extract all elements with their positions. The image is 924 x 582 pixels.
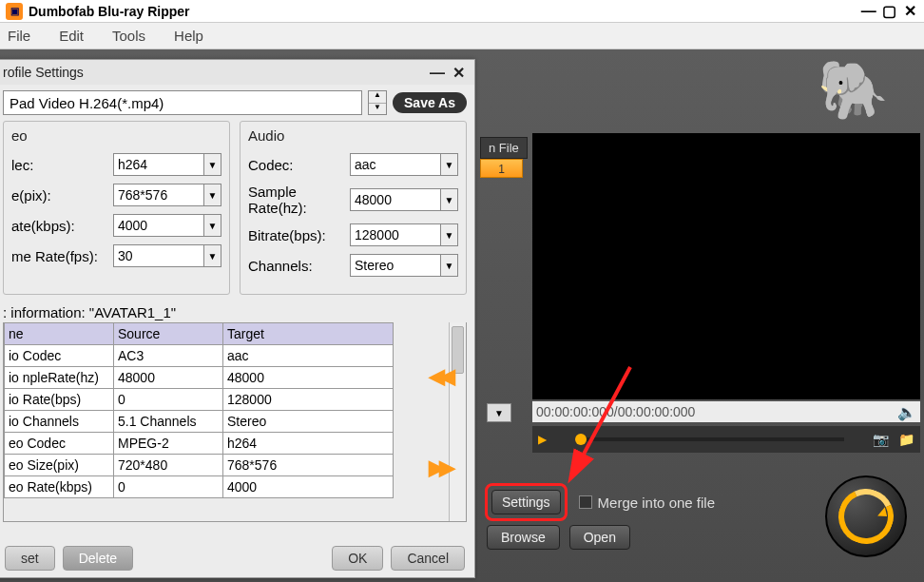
chevron-down-icon[interactable]: ▼ — [441, 223, 458, 246]
table-row[interactable]: io Channels5.1 ChannelsStereo — [5, 411, 394, 433]
chevron-down-icon[interactable]: ▼ — [204, 244, 221, 267]
cell-target: Stereo — [223, 411, 394, 433]
info-label: : information: "AVATAR1_1" — [3, 304, 467, 320]
delete-button[interactable]: Delete — [63, 546, 133, 571]
video-bitrate-combo[interactable]: 4000 — [113, 214, 204, 237]
video-preview — [532, 133, 920, 399]
app-icon: ▣ — [6, 3, 23, 20]
minimize-icon[interactable]: — — [860, 3, 877, 20]
menu-tools[interactable]: Tools — [112, 28, 145, 44]
cell-target: aac — [223, 345, 394, 367]
cancel-button[interactable]: Cancel — [391, 546, 465, 571]
cell-target: h264 — [223, 433, 394, 455]
maximize-icon[interactable]: ▢ — [880, 2, 897, 20]
audio-channels-label: Channels: — [248, 258, 350, 274]
clip-index-badge[interactable]: 1 — [480, 159, 523, 178]
table-row[interactable]: io Rate(bps)0128000 — [5, 389, 394, 411]
ok-button[interactable]: OK — [332, 546, 383, 571]
chevron-down-icon[interactable]: ▼ — [204, 184, 221, 206]
chevron-down-icon[interactable]: ▼ — [441, 153, 458, 176]
nav-arrows: ◀◀ ▶▶ — [429, 364, 450, 480]
reset-button[interactable]: set — [5, 546, 55, 571]
video-group: eo lec: h264 ▼ e(pix): 768*576 ▼ ate(kbp… — [3, 121, 230, 295]
window-controls: — ▢ ✕ — [860, 2, 918, 20]
audio-sr-combo[interactable]: 48000 — [350, 188, 441, 211]
audio-bitrate-combo[interactable]: 128000 — [350, 223, 441, 246]
merge-checkbox[interactable] — [579, 495, 592, 509]
cell-target: 48000 — [223, 367, 394, 389]
cell-name: io Channels — [5, 411, 114, 433]
chevron-down-icon[interactable]: ▼ — [204, 214, 221, 237]
video-codec-label: lec: — [11, 157, 113, 173]
table-row[interactable]: io npleRate(hz)4800048000 — [5, 367, 394, 389]
video-heading: eo — [11, 127, 221, 144]
settings-button[interactable]: Settings — [491, 490, 561, 514]
clip-dropdown-button[interactable]: ▼ — [487, 403, 511, 422]
table-row[interactable]: eo CodecMPEG-2h264 — [5, 433, 394, 455]
convert-icon — [831, 481, 901, 552]
cell-target: 768*576 — [223, 455, 394, 476]
cell-name: io npleRate(hz) — [5, 367, 114, 389]
audio-sr-label: Sample Rate(hz): — [248, 184, 350, 216]
video-codec-combo[interactable]: h264 — [113, 153, 204, 176]
cell-name: eo Codec — [5, 433, 114, 455]
audio-heading: Audio — [248, 127, 458, 144]
cell-name: eo Size(pix) — [5, 455, 114, 476]
audio-codec-label: Codec: — [248, 157, 350, 173]
table-row[interactable]: eo Rate(kbps)04000 — [5, 476, 394, 498]
profile-value: Pad Video H.264(*.mp4) — [10, 95, 164, 111]
settings-highlight: Settings — [485, 483, 568, 521]
cell-name: eo Rate(kbps) — [5, 476, 114, 498]
chevron-down-icon[interactable]: ▼ — [441, 254, 458, 277]
open-button[interactable]: Open — [569, 525, 630, 550]
scrollbar-thumb[interactable] — [452, 326, 464, 374]
play-icon[interactable]: ▶ — [538, 433, 547, 446]
window-titlebar: ▣ Dumbofab Blu-ray Ripper — ▢ ✕ — [0, 0, 924, 23]
video-fps-combo[interactable]: 30 — [113, 244, 204, 267]
next-icon[interactable]: ▶▶ — [429, 456, 450, 480]
table-row[interactable]: io CodecAC3aac — [5, 345, 394, 367]
video-bitrate-label: ate(kbps): — [11, 218, 113, 234]
menu-file[interactable]: File — [8, 28, 30, 44]
transport-bar: ▶ 📷 📁 — [532, 426, 920, 453]
col-name[interactable]: ne — [5, 323, 114, 345]
video-size-combo[interactable]: 768*576 — [113, 184, 204, 206]
col-source[interactable]: Source — [114, 323, 223, 345]
save-as-button[interactable]: Save As — [393, 92, 467, 113]
profile-select[interactable]: Pad Video H.264(*.mp4) — [3, 90, 362, 115]
convert-button[interactable] — [825, 475, 907, 557]
prev-icon[interactable]: ◀◀ — [429, 364, 450, 389]
snapshot-icon[interactable]: 📷 — [873, 432, 889, 447]
audio-bitrate-label: Bitrate(bps): — [248, 227, 350, 243]
audio-group: Audio Codec: aac ▼ Sample Rate(hz): 4800… — [240, 121, 467, 295]
cell-source: 0 — [114, 476, 223, 498]
volume-icon[interactable]: 🔈 — [897, 403, 916, 421]
open-folder-icon[interactable]: 📁 — [898, 432, 914, 447]
table-scrollbar[interactable] — [449, 322, 466, 521]
profile-row: Pad Video H.264(*.mp4) ▲▼ Save As — [0, 85, 474, 121]
dialog-minimize-icon[interactable]: — — [429, 65, 446, 82]
chevron-down-icon[interactable]: ▼ — [204, 153, 221, 176]
timecode-row: 00:00:00:000/00:00:00:000 🔈 — [532, 401, 920, 422]
browse-button[interactable]: Browse — [487, 525, 560, 550]
dialog-close-icon[interactable]: ✕ — [450, 64, 467, 82]
seek-knob[interactable] — [575, 434, 587, 445]
seek-track[interactable] — [575, 437, 844, 441]
menu-help[interactable]: Help — [174, 28, 203, 44]
app-logo: 🐘 — [805, 54, 900, 126]
output-row: Browse Open — [487, 525, 630, 550]
table-row[interactable]: eo Size(pix)720*480768*576 — [5, 455, 394, 476]
cell-name: io Rate(bps) — [5, 389, 114, 411]
audio-codec-combo[interactable]: aac — [350, 153, 441, 176]
audio-channels-combo[interactable]: Stereo — [350, 254, 441, 277]
merge-label: Merge into one file — [598, 495, 715, 511]
file-tab[interactable]: n File — [480, 137, 528, 159]
merge-checkbox-row[interactable]: Merge into one file — [579, 495, 715, 511]
chevron-down-icon[interactable]: ▼ — [441, 188, 458, 211]
info-block: : information: "AVATAR1_1" ne Source Tar… — [3, 304, 467, 522]
menu-edit[interactable]: Edit — [59, 28, 84, 44]
cell-source: AC3 — [114, 345, 223, 367]
close-icon[interactable]: ✕ — [901, 2, 918, 20]
col-target[interactable]: Target — [223, 323, 394, 345]
profile-spin[interactable]: ▲▼ — [368, 90, 387, 115]
